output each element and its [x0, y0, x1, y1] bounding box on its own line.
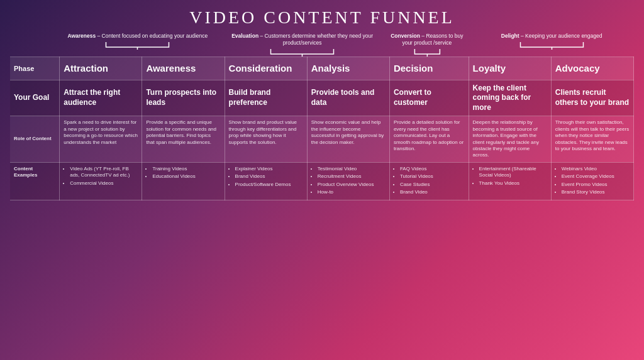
- goal-label: Your Goal: [10, 80, 60, 116]
- examples-loyalty: Entertainment (Shareable Social Videos) …: [469, 162, 551, 200]
- examples-label: Content Examples: [10, 162, 60, 200]
- example-item: Event Coverage Videos: [562, 173, 630, 180]
- examples-decision: FAQ Videos Tutorial Videos Case Studies …: [389, 162, 469, 200]
- role-attraction: Spark a need to drive interest for a new…: [60, 116, 142, 162]
- examples-advocacy: Webinars Video Event Coverage Videos Eve…: [551, 162, 633, 200]
- example-item: Brand Videos: [235, 173, 303, 180]
- goal-awareness: Turn prospects into leads: [142, 80, 225, 116]
- funnel-group-delight: Delight – Keeping your audience engaged: [469, 33, 634, 55]
- example-item: Thank You Videos: [479, 180, 547, 187]
- role-consideration: Show brand and product value through key…: [225, 116, 307, 162]
- example-item: Video Ads (YT Pre-roll, FB ads, Connecte…: [70, 166, 138, 179]
- example-item: Product Overview Videos: [318, 182, 386, 188]
- examples-row: Content Examples Video Ads (YT Pre-roll,…: [10, 162, 634, 200]
- role-advocacy: Through their own satisfaction, clients …: [551, 116, 633, 162]
- phase-row: Phase Attraction Awareness Consideration…: [10, 57, 634, 80]
- example-item: Recruitment Videos: [318, 173, 386, 180]
- funnel-group-awareness: Awareness – Content focused on educating…: [55, 33, 220, 55]
- role-decision: Provide a detailed solution for every ne…: [389, 116, 469, 162]
- goal-consideration: Build brand preference: [225, 80, 307, 116]
- example-item: Testimonial Video: [318, 166, 386, 172]
- example-item: Entertainment (Shareable Social Videos): [479, 166, 547, 179]
- funnel-awareness-text: Awareness – Content focused on educating…: [67, 33, 208, 40]
- examples-analysis: Testimonial Video Recruitment Videos Pro…: [307, 162, 389, 200]
- goal-attraction: Attract the right audience: [60, 80, 142, 116]
- example-item: Webinars Video: [562, 166, 630, 172]
- example-item: Case Studies: [400, 182, 465, 188]
- examples-consideration: Explainer Videos Brand Videos Product/So…: [225, 162, 307, 200]
- phase-awareness: Awareness: [142, 57, 225, 80]
- role-loyalty: Deepen the relationship by becoming a tr…: [469, 116, 551, 162]
- role-label: Role of Content: [10, 116, 60, 162]
- goal-row: Your Goal Attract the right audience Tur…: [10, 80, 634, 116]
- role-row: Role of Content Spark a need to drive in…: [10, 116, 634, 162]
- phase-label: Phase: [10, 57, 60, 80]
- bracket-conversion: [411, 48, 443, 55]
- example-item: Product/Software Demos: [235, 182, 303, 188]
- page-title: VIDEO CONTENT FUNNEL: [10, 8, 634, 28]
- example-item: Brand Video: [400, 189, 465, 195]
- examples-attraction: Video Ads (YT Pre-roll, FB ads, Connecte…: [60, 162, 142, 200]
- phase-advocacy: Advocacy: [551, 57, 633, 80]
- main-container: VIDEO CONTENT FUNNEL Awareness – Content…: [0, 0, 644, 360]
- example-item: Brand Story Videos: [562, 189, 630, 195]
- role-awareness: Provide a specific and unique solution f…: [142, 116, 225, 162]
- bracket-awareness: [74, 41, 201, 48]
- table-wrapper: Phase Attraction Awareness Consideration…: [10, 57, 634, 355]
- goal-advocacy: Clients recruit others to your brand: [551, 80, 633, 116]
- phase-analysis: Analysis: [307, 57, 389, 80]
- goal-decision: Convert to customer: [389, 80, 469, 116]
- goal-loyalty: Keep the client coming back for more: [469, 80, 551, 116]
- funnel-group-evaluation: Evaluation – Customers determine whether…: [220, 33, 385, 55]
- goal-analysis: Provide tools and data: [307, 80, 389, 116]
- content-funnel-table: Phase Attraction Awareness Consideration…: [10, 57, 634, 200]
- funnel-conversion-text: Conversion – Reasons to buy your product…: [387, 33, 467, 46]
- example-item: FAQ Videos: [400, 166, 465, 172]
- funnel-header: Awareness – Content focused on educating…: [10, 33, 634, 55]
- phase-consideration: Consideration: [225, 57, 307, 80]
- example-item: Training Videos: [152, 166, 220, 172]
- examples-awareness: Training Videos Educational Videos: [142, 162, 225, 200]
- funnel-group-conversion: Conversion – Reasons to buy your product…: [384, 33, 469, 55]
- example-item: Educational Videos: [152, 173, 220, 180]
- bracket-delight: [488, 41, 616, 48]
- example-item: Event Promo Videos: [562, 182, 630, 188]
- example-item: How-to: [318, 189, 386, 195]
- funnel-delight-text: Delight – Keeping your audience engaged: [501, 33, 602, 40]
- example-item: Explainer Videos: [235, 166, 303, 172]
- phase-decision: Decision: [389, 57, 469, 80]
- funnel-evaluation-text: Evaluation – Customers determine whether…: [223, 33, 382, 46]
- role-analysis: Show economic value and help the influen…: [307, 116, 389, 162]
- phase-loyalty: Loyalty: [469, 57, 551, 80]
- phase-attraction: Attraction: [60, 57, 142, 80]
- example-item: Tutorial Videos: [400, 173, 465, 180]
- bracket-evaluation: [238, 48, 366, 55]
- example-item: Commercial Videos: [70, 180, 138, 187]
